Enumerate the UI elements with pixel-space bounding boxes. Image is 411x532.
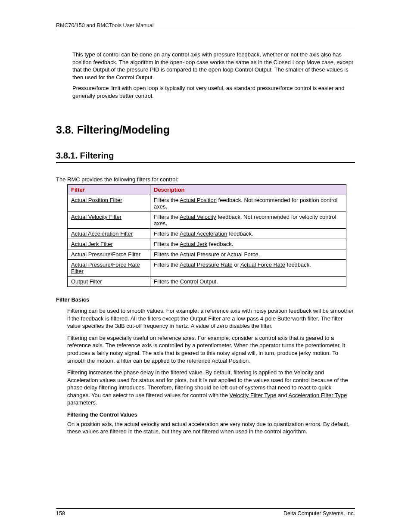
col-filter: Filter [68, 185, 150, 195]
company-name: Delta Computer Systems, Inc. [283, 510, 355, 516]
desc-link[interactable]: Actual Pressure [180, 251, 219, 258]
paragraph: Filtering increases the phase delay in t… [67, 369, 355, 407]
cell-desc: Filters the Actual Jerk feedback. [150, 239, 346, 249]
page-footer: 158 Delta Computer Systems, Inc. [56, 508, 355, 516]
cell-desc: Filters the Actual Velocity feedback. No… [150, 212, 346, 229]
table-header-row: Filter Description [68, 185, 346, 195]
paragraph: Filtering can be used to smooth values. … [67, 307, 355, 330]
filter-basics-heading: Filter Basics [56, 296, 355, 303]
desc-link[interactable]: Actual Position [180, 197, 217, 203]
desc-link[interactable]: Actual Pressure Rate [180, 261, 233, 268]
filter-link[interactable]: Actual Jerk Filter [71, 241, 113, 247]
filter-link[interactable]: Actual Position Filter [71, 197, 122, 203]
page-header: RMC70/150 and RMCTools User Manual [56, 22, 355, 30]
paragraph: Pressure/force limit with open loop is t… [72, 84, 355, 100]
cell-desc: Filters the Actual Position feedback. No… [150, 195, 346, 212]
filter-table: Filter Description Actual Position Filte… [67, 184, 346, 287]
intro-text: The RMC provides the following filters f… [56, 176, 355, 183]
cell-desc: Filters the Actual Pressure Rate or Actu… [150, 260, 346, 277]
desc-link[interactable]: Actual Velocity [180, 214, 216, 220]
section-heading: 3.8. Filtering/Modeling [56, 124, 355, 136]
table-row: Actual Acceleration Filter Filters the A… [68, 229, 346, 239]
desc-link[interactable]: Actual Acceleration [180, 230, 227, 237]
document-page: RMC70/150 and RMCTools User Manual This … [0, 0, 411, 532]
page-number: 158 [56, 510, 65, 516]
velocity-filter-type-link[interactable]: Velocity Filter Type [230, 392, 277, 398]
cell-desc: Filters the Actual Acceleration feedback… [150, 229, 346, 239]
filter-link[interactable]: Actual Velocity Filter [71, 214, 121, 220]
col-description: Description [150, 185, 346, 195]
top-section: This type of control can be done on any … [72, 51, 355, 100]
control-values-heading: Filtering the Control Values [67, 412, 355, 418]
filter-link[interactable]: Actual Acceleration Filter [71, 230, 133, 237]
desc-link[interactable]: Actual Force Rate [240, 261, 285, 268]
cell-desc: Filters the Actual Pressure or Actual Fo… [150, 249, 346, 260]
paragraph: Filtering can be especially useful on re… [67, 334, 355, 364]
paragraph: On a position axis, the actual velocity … [67, 420, 355, 436]
desc-link[interactable]: Actual Force [227, 251, 258, 258]
table-row: Actual Jerk Filter Filters the Actual Je… [68, 239, 346, 249]
table-row: Output Filter Filters the Control Output… [68, 277, 346, 287]
cell-desc: Filters the Control Output. [150, 277, 346, 287]
filter-basics-block: Filtering can be used to smooth values. … [67, 307, 355, 436]
filter-link[interactable]: Output Filter [71, 278, 102, 285]
table-row: Actual Position Filter Filters the Actua… [68, 195, 346, 212]
filter-link[interactable]: Actual Pressure/Force Filter [71, 251, 140, 258]
desc-link[interactable]: Control Output [180, 278, 217, 285]
filter-link[interactable]: Actual Pressure/Force Rate Filter [71, 261, 140, 274]
table-row: Actual Pressure/Force Filter Filters the… [68, 249, 346, 260]
table-row: Actual Pressure/Force Rate Filter Filter… [68, 260, 346, 277]
subsection-heading: 3.8.1. Filtering [56, 151, 355, 163]
paragraph: This type of control can be done on any … [72, 51, 355, 81]
acceleration-filter-type-link[interactable]: Acceleration Filter Type [289, 392, 347, 398]
table-row: Actual Velocity Filter Filters the Actua… [68, 212, 346, 229]
desc-link[interactable]: Actual Jerk [180, 241, 207, 247]
